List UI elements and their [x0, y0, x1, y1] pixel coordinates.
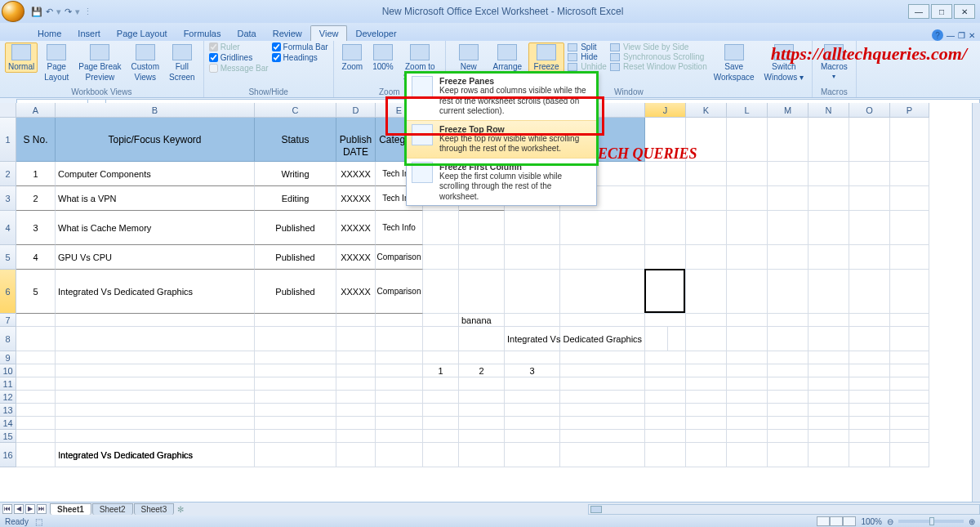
cell-D16[interactable]: [336, 443, 376, 467]
cell-L10[interactable]: [727, 364, 768, 377]
cell-K9[interactable]: [686, 351, 727, 364]
cell-C8[interactable]: [255, 327, 336, 351]
cell-O7[interactable]: [849, 314, 890, 327]
cell-P12[interactable]: [890, 391, 929, 404]
cell-P10[interactable]: [890, 364, 929, 377]
cell-D2[interactable]: XXXXX: [336, 162, 376, 186]
cell-I14[interactable]: [560, 417, 645, 430]
cell-F12[interactable]: [423, 391, 459, 404]
row-header-3[interactable]: 3: [0, 186, 16, 211]
cell-C16[interactable]: [255, 443, 336, 467]
cell-D7[interactable]: [336, 314, 376, 327]
cell-P15[interactable]: [890, 430, 929, 443]
row-header-8[interactable]: 8: [0, 327, 16, 351]
cell-A15[interactable]: [16, 430, 56, 443]
cell-E10[interactable]: [376, 364, 423, 377]
cell-N2[interactable]: [808, 162, 849, 186]
cell-F11[interactable]: [423, 377, 459, 391]
cell-B5[interactable]: GPU Vs CPU: [56, 245, 255, 270]
cell-G10[interactable]: 2: [459, 364, 505, 377]
cell-L12[interactable]: [727, 391, 768, 404]
cell-I9[interactable]: [560, 351, 645, 364]
cell-O16[interactable]: [849, 443, 890, 467]
zoom-level[interactable]: 100%: [861, 517, 882, 526]
select-all-button[interactable]: [0, 103, 16, 118]
cell-F7[interactable]: [423, 314, 459, 327]
cell-J11[interactable]: [645, 377, 686, 391]
cell-O14[interactable]: [849, 417, 890, 430]
cell-L5[interactable]: [727, 245, 768, 270]
col-header-K[interactable]: K: [686, 103, 727, 118]
cell-C9[interactable]: [255, 351, 336, 364]
cell-K2[interactable]: [686, 162, 727, 186]
row-header-11[interactable]: 11: [0, 377, 16, 391]
cell-N5[interactable]: [808, 245, 849, 270]
cell-E15[interactable]: [376, 430, 423, 443]
row-header-13[interactable]: 13: [0, 404, 16, 417]
cell-J7[interactable]: [645, 314, 686, 327]
row-header-7[interactable]: 7: [0, 314, 16, 327]
cell-D10[interactable]: [336, 364, 376, 377]
sheet-tab-sheet3[interactable]: Sheet3: [134, 503, 175, 515]
cell-E7[interactable]: [376, 314, 423, 327]
cell-G6[interactable]: [459, 270, 505, 314]
sheet-tab-sheet1[interactable]: Sheet1: [50, 503, 91, 515]
cell-F5[interactable]: [423, 245, 459, 270]
cell-A9[interactable]: [16, 351, 56, 364]
cell-G16[interactable]: [459, 443, 505, 467]
col-header-O[interactable]: O: [849, 103, 890, 118]
cell-J5[interactable]: [645, 245, 686, 270]
cell-L4[interactable]: [727, 211, 768, 245]
minimize-button[interactable]: —: [908, 4, 929, 19]
cell-P3[interactable]: [890, 186, 929, 211]
cell-J10[interactable]: [645, 364, 686, 377]
cell-D11[interactable]: [336, 377, 376, 391]
cell-F4[interactable]: [423, 211, 459, 245]
cell-O9[interactable]: [849, 351, 890, 364]
sheet-nav-next-icon[interactable]: ▶: [25, 504, 35, 514]
cell-B1[interactable]: Topic/Focus Keyword: [56, 118, 255, 162]
col-header-N[interactable]: N: [808, 103, 849, 118]
cell-H11[interactable]: [505, 377, 560, 391]
cell-O13[interactable]: [849, 404, 890, 417]
sheet-nav-last-icon[interactable]: ⏭: [37, 504, 47, 514]
sheet-tab-sheet2[interactable]: Sheet2: [92, 503, 133, 515]
cell-N9[interactable]: [808, 351, 849, 364]
cell-N13[interactable]: [808, 404, 849, 417]
cell-M13[interactable]: [768, 404, 808, 417]
cell-N1[interactable]: [808, 118, 849, 162]
cell-A16[interactable]: [16, 443, 56, 467]
cell-B10[interactable]: [56, 364, 255, 377]
cell-J13[interactable]: [645, 404, 686, 417]
cell-E16[interactable]: [376, 443, 423, 467]
cell-J2[interactable]: [645, 162, 686, 186]
cell-P16[interactable]: [890, 443, 929, 467]
zoom-slider[interactable]: [898, 520, 964, 523]
cell-M10[interactable]: [768, 364, 808, 377]
cell-J9[interactable]: [645, 351, 686, 364]
cell-H16[interactable]: [505, 443, 560, 467]
help-icon[interactable]: ?: [932, 29, 943, 41]
cell-M14[interactable]: [768, 417, 808, 430]
cell-F14[interactable]: [423, 417, 459, 430]
cell-B6[interactable]: Integrated Vs Dedicated Graphics: [56, 270, 255, 314]
cell-O12[interactable]: [849, 391, 890, 404]
cell-N4[interactable]: [808, 211, 849, 245]
cell-F8[interactable]: [423, 327, 459, 351]
cell-C11[interactable]: [255, 377, 336, 391]
cell-D1[interactable]: Publish DATE: [336, 118, 376, 162]
cell-G5[interactable]: [459, 245, 505, 270]
cell-D12[interactable]: [336, 391, 376, 404]
col-header-J[interactable]: J: [645, 103, 686, 118]
zoom-button[interactable]: Zoom: [339, 42, 367, 73]
macro-record-icon[interactable]: ⬚: [35, 517, 42, 526]
cell-O3[interactable]: [849, 186, 890, 211]
doc-close-icon[interactable]: ✕: [969, 31, 975, 40]
cell-A12[interactable]: [16, 391, 56, 404]
cell-B14[interactable]: [56, 417, 255, 430]
office-button[interactable]: [2, 1, 24, 22]
cell-P2[interactable]: [890, 162, 929, 186]
vertical-scrollbar[interactable]: [972, 103, 980, 502]
cell-E5[interactable]: Comparison: [376, 245, 423, 270]
cell-A10[interactable]: [16, 364, 56, 377]
